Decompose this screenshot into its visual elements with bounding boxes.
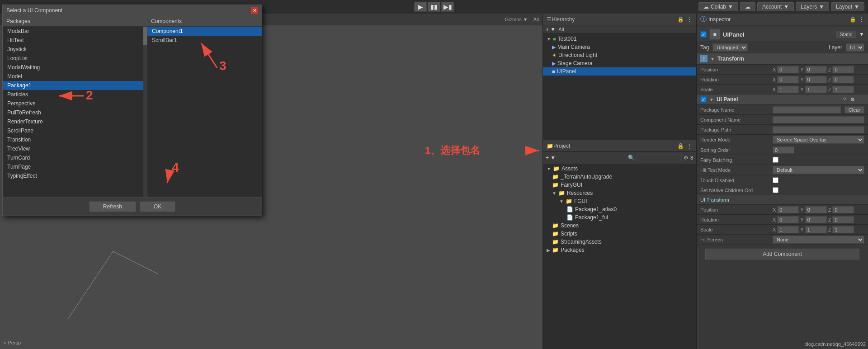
package-list-item[interactable]: PullToRefresh: [3, 108, 143, 117]
pos-z-input[interactable]: [832, 66, 854, 73]
package-list-item[interactable]: TreeView: [3, 144, 143, 153]
account-button[interactable]: Account ▼: [757, 2, 794, 11]
proj-item-fui[interactable]: 📄 Package1_fui: [543, 213, 696, 222]
sorting-order-row: Sorting Order: [697, 145, 868, 155]
hier-item-uipanel[interactable]: ■ UIPanel: [543, 67, 696, 75]
sorting-order-input[interactable]: [773, 146, 794, 154]
static-dropdown-icon[interactable]: ▼: [859, 31, 864, 38]
tag-select[interactable]: Untagged: [712, 43, 748, 52]
component-name-input[interactable]: [773, 116, 864, 123]
ok-button[interactable]: OK: [140, 201, 175, 212]
scale-y-input[interactable]: [805, 86, 827, 93]
pause-button[interactable]: ▮▮: [428, 2, 440, 12]
package-list-item[interactable]: Transition: [3, 135, 143, 144]
package-list-item[interactable]: ModalWaiting: [3, 63, 143, 72]
proj-item-streaming[interactable]: 📁 StreamingAssets: [543, 238, 696, 246]
uipanel-section-header[interactable]: ✓ ▼ UI Panel ? ⚙ ⋮: [697, 94, 868, 105]
project-add-icon[interactable]: + ▼: [546, 155, 556, 161]
ui-scale-z[interactable]: [832, 226, 854, 233]
layout-button[interactable]: Layout ▼: [831, 2, 864, 11]
package-list-item[interactable]: HitTest: [3, 36, 143, 45]
package-list-item[interactable]: TypingEffect: [3, 171, 143, 180]
touch-disabled-checkbox[interactable]: [773, 177, 778, 183]
hier-item-dirlight[interactable]: ☀ Directional Light: [543, 51, 696, 59]
modal-close-button[interactable]: ✕: [251, 7, 258, 14]
ui-rot-z[interactable]: [832, 216, 854, 223]
ui-rot-y[interactable]: [805, 216, 827, 223]
native-children-checkbox[interactable]: [773, 187, 778, 193]
component-list-item[interactable]: ScrollBar1: [147, 36, 262, 45]
cloud-button[interactable]: ☁: [740, 2, 755, 11]
scale-z-input[interactable]: [832, 86, 854, 93]
hierarchy-add-icon[interactable]: + ▼: [546, 26, 556, 33]
project-options-icon[interactable]: ⚙: [684, 155, 689, 161]
package-list-item[interactable]: LoopList: [3, 54, 143, 63]
hier-item-stagecamera[interactable]: ▶ Stage Camera: [543, 59, 696, 67]
hit-test-select[interactable]: Default: [773, 166, 864, 174]
layers-button[interactable]: Layers ▼: [796, 2, 829, 11]
add-component-button[interactable]: Add Component: [705, 249, 859, 259]
inspector-menu-icon[interactable]: ⋮: [859, 16, 864, 23]
fit-screen-select[interactable]: None: [773, 236, 864, 244]
proj-item-scenes[interactable]: 📁 Scenes: [543, 222, 696, 230]
package-list-item[interactable]: Joystick: [3, 45, 143, 54]
rot-y-input[interactable]: [805, 76, 827, 83]
package-list-item[interactable]: Package1: [3, 81, 143, 90]
pos-y-input[interactable]: [805, 66, 827, 73]
project-menu-icon[interactable]: ⋮: [687, 143, 692, 149]
proj-item-terrainsupgrade[interactable]: 📁 _TerrainAutoUpgrade: [543, 173, 696, 181]
proj-item-resources[interactable]: ▼ 📁 Resources: [543, 189, 696, 197]
layer-select[interactable]: UI: [846, 43, 864, 52]
proj-item-scripts[interactable]: 📁 Scripts: [543, 230, 696, 238]
active-checkbox[interactable]: ✓: [700, 31, 707, 38]
ui-scale-y[interactable]: [805, 226, 827, 233]
hier-item-test001[interactable]: ▼ ■ Test001: [543, 35, 696, 43]
uipanel-settings-icon[interactable]: ⚙: [850, 97, 855, 103]
refresh-button[interactable]: Refresh: [89, 201, 136, 212]
play-button[interactable]: ▶: [414, 2, 427, 12]
folder-icon: 📁: [552, 222, 559, 229]
proj-item-assets[interactable]: ▼ 📁 Assets: [543, 165, 696, 173]
rot-x-input[interactable]: [777, 76, 799, 83]
package-list-item[interactable]: TurnCard: [3, 153, 143, 162]
project-header: 📁 Project 🔒 ⋮: [543, 140, 696, 152]
ui-scale-x[interactable]: [777, 226, 799, 233]
component-list-item[interactable]: Component1: [147, 27, 262, 36]
proj-item-fairygui[interactable]: 📁 FairyGUI: [543, 181, 696, 189]
proj-item-atlas0[interactable]: 📄 Package1_atlas0: [543, 205, 696, 213]
package-list-item[interactable]: Particles: [3, 90, 143, 99]
ui-pos-y[interactable]: [805, 206, 827, 213]
collab-button[interactable]: ☁ Collab ▼: [698, 2, 738, 11]
project-search[interactable]: [637, 154, 682, 161]
package-list-item[interactable]: ScrollPane: [3, 126, 143, 135]
package-list-item[interactable]: Perspective: [3, 99, 143, 108]
package-name-input[interactable]: [773, 106, 841, 113]
ui-pos-z[interactable]: [832, 206, 854, 213]
uipanel-help-icon[interactable]: ?: [843, 97, 846, 102]
package-list-item[interactable]: TurnPage: [3, 162, 143, 171]
rot-z-input[interactable]: [832, 76, 854, 83]
scale-x-input[interactable]: [777, 86, 799, 93]
proj-item-fgui[interactable]: ▼ 📁 FGUI: [543, 197, 696, 205]
transform-section-header[interactable]: T ▼ Transform: [697, 53, 868, 65]
hierarchy-menu-icon[interactable]: ⋮: [687, 16, 692, 23]
clear-button[interactable]: Clear: [844, 106, 864, 113]
step-button[interactable]: ▶▮: [441, 2, 454, 12]
render-mode-select[interactable]: Screen Space Overlay: [773, 136, 864, 144]
hier-item-maincamera[interactable]: ▶ Main Camera: [543, 43, 696, 51]
uipanel-menu-icon[interactable]: ⋮: [859, 97, 864, 103]
package-list-item[interactable]: Model: [3, 72, 143, 81]
proj-item-packages[interactable]: ▶ 📁 Packages: [543, 246, 696, 254]
uipanel-active-checkbox[interactable]: ✓: [700, 96, 707, 103]
project-title: Project: [553, 143, 570, 149]
ui-pos-x[interactable]: [777, 206, 799, 213]
pos-x-input[interactable]: [777, 66, 799, 73]
package-list-item[interactable]: ModaBar: [3, 27, 143, 36]
fairy-batching-checkbox[interactable]: [773, 157, 778, 163]
transform-scale-row: Scale X Y Z: [697, 85, 868, 94]
ui-rot-x[interactable]: [777, 216, 799, 223]
static-button[interactable]: Static: [836, 31, 857, 38]
packages-scrollbar[interactable]: [143, 27, 147, 197]
package-path-input[interactable]: [773, 126, 864, 133]
package-list-item[interactable]: RenderTexture: [3, 117, 143, 126]
